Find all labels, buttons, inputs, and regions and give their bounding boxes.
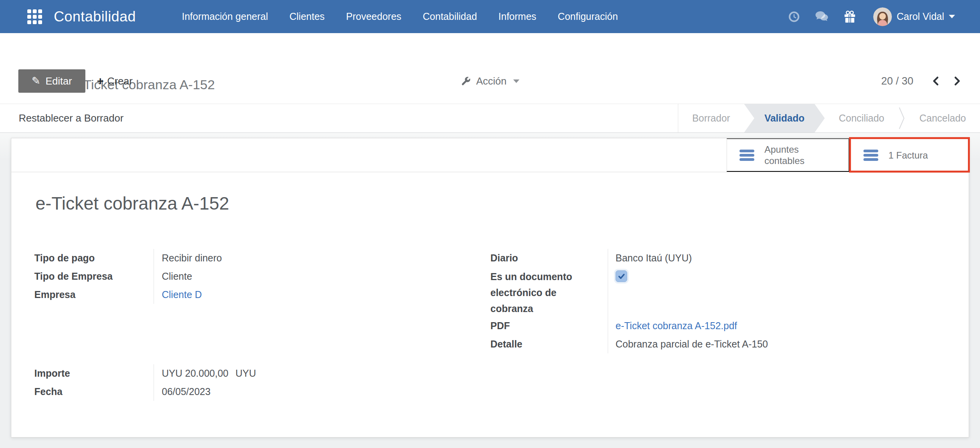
avatar [873, 7, 892, 26]
pdf-file-link[interactable]: e-Ticket cobranza A-152.pdf [616, 320, 737, 331]
main-menu: Información general Clientes Proveedores… [182, 11, 618, 22]
field-label: PDF [490, 317, 608, 335]
field-label: Tipo de Empresa [34, 267, 154, 286]
activities-clock-icon[interactable] [788, 11, 800, 23]
pager-previous-button[interactable] [931, 76, 941, 86]
field-label: Importe [34, 364, 154, 383]
status-step-borrador[interactable]: Borrador [678, 104, 744, 132]
form-sheet: Apuntes contables 1 Factura e-Ticket cob… [11, 138, 969, 437]
list-bars-icon [739, 150, 754, 161]
plus-icon: + [97, 75, 104, 87]
main-content: Apuntes contables 1 Factura e-Ticket cob… [0, 133, 980, 448]
field-row-fecha: Fecha 06/05/2023 [34, 383, 385, 401]
statusbar: Restablecer a Borrador Borrador Validado… [0, 104, 980, 133]
pager-value[interactable]: 20 / 30 [881, 75, 913, 87]
user-menu[interactable]: Carol Vidal [873, 7, 955, 26]
invoice-stat-button[interactable]: 1 Factura [849, 138, 969, 172]
field-label: Empresa [34, 286, 154, 304]
pager: 20 / 30 [881, 69, 962, 93]
list-bars-icon [863, 150, 878, 161]
field-row-tipo-de-empresa: Tipo de Empresa Cliente [34, 267, 385, 286]
menu-item-informacion-general[interactable]: Información general [182, 11, 268, 22]
pencil-icon: ✎ [32, 76, 41, 86]
apps-menu-button[interactable] [27, 9, 42, 24]
menu-item-clientes[interactable]: Clientes [289, 11, 324, 22]
check-icon [617, 272, 626, 280]
amount-value: UYU 20.000,00 [162, 368, 228, 379]
field-row-diario: Diario Banco Itaú (UYU) [490, 249, 880, 267]
menu-item-contabilidad[interactable]: Contabilidad [423, 11, 477, 22]
field-value: 06/05/2023 [154, 383, 385, 401]
field-value: Cobranza parcial de e-Ticket A-150 [608, 335, 880, 353]
action-dropdown-button[interactable]: Acción [460, 69, 519, 93]
field-value: e-Ticket cobranza A-152.pdf [608, 317, 880, 335]
odoo-app-window: Contabilidad Información general Cliente… [0, 0, 980, 448]
field-value: Cliente D [154, 286, 385, 304]
field-row-documento-electronico: Es un documento electrónico de cobranza [490, 267, 880, 317]
menu-item-configuracion[interactable]: Configuración [558, 11, 618, 22]
field-row-importe: Importe UYU 20.000,00UYU [34, 364, 385, 383]
chevron-down-icon [949, 15, 955, 18]
field-value [608, 267, 880, 317]
field-label: Tipo de pago [34, 249, 154, 267]
chevron-down-icon [513, 79, 520, 83]
wrench-icon [460, 76, 471, 86]
status-step-validado[interactable]: Validado [744, 104, 825, 132]
field-group-left: Tipo de pago Recibir dinero Tipo de Empr… [34, 249, 385, 304]
partner-link[interactable]: Cliente D [162, 289, 202, 300]
field-value: Cliente [154, 267, 385, 286]
electronic-doc-checkbox[interactable] [616, 270, 627, 282]
field-label: Diario [490, 249, 608, 267]
status-step-conciliado[interactable]: Conciliado [825, 104, 899, 132]
systray: Carol Vidal [788, 7, 955, 26]
menu-item-proveedores[interactable]: Proveedores [346, 11, 402, 22]
field-label: Es un documento electrónico de cobranza [490, 267, 608, 317]
stat-button-box: Apuntes contables 1 Factura [11, 138, 969, 172]
field-row-pdf: PDF e-Ticket cobranza A-152.pdf [490, 317, 880, 335]
field-row-tipo-de-pago: Tipo de pago Recibir dinero [34, 249, 385, 267]
field-value: Recibir dinero [154, 249, 385, 267]
field-row-empresa: Empresa Cliente D [34, 286, 385, 304]
reset-to-draft-button[interactable]: Restablecer a Borrador [19, 104, 124, 132]
user-name: Carol Vidal [897, 11, 944, 22]
control-panel: Pagos/e-Ticket cobranza A-152 ✎ Editar +… [0, 33, 980, 104]
page-title: e-Ticket cobranza A-152 [35, 190, 229, 216]
field-row-detalle: Detalle Cobranza parcial de e-Ticket A-1… [490, 335, 880, 353]
control-panel-buttons: ✎ Editar + Crear [18, 69, 133, 93]
journal-entries-stat-button[interactable]: Apuntes contables [727, 138, 849, 172]
gift-icon[interactable] [844, 10, 856, 23]
field-value: UYU 20.000,00UYU [154, 364, 385, 383]
messages-chat-icon[interactable] [815, 11, 830, 23]
status-pipeline: Borrador Validado Conciliado Cancelado [678, 104, 980, 132]
create-button[interactable]: + Crear [97, 75, 133, 87]
field-value: Banco Itaú (UYU) [608, 249, 880, 267]
top-navbar: Contabilidad Información general Cliente… [0, 0, 980, 33]
app-name: Contabilidad [54, 9, 136, 25]
menu-item-informes[interactable]: Informes [499, 11, 536, 22]
edit-button[interactable]: ✎ Editar [18, 69, 85, 93]
currency-suffix: UYU [235, 368, 256, 379]
pager-next-button[interactable] [952, 76, 962, 86]
status-separator-icon [898, 104, 905, 132]
field-label: Fecha [34, 383, 154, 401]
status-step-cancelado[interactable]: Cancelado [905, 104, 980, 132]
apps-grid-icon [27, 9, 42, 24]
field-label: Detalle [490, 335, 608, 353]
field-group-right: Diario Banco Itaú (UYU) Es un documento … [490, 249, 880, 353]
field-group-amount: Importe UYU 20.000,00UYU Fecha 06/05/202… [34, 364, 385, 401]
